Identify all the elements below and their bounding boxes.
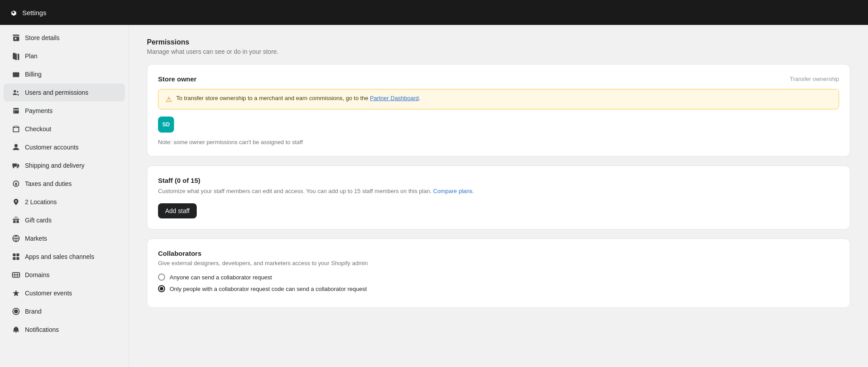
sidebar-label-users: Users and permissions xyxy=(25,89,88,96)
sidebar-label-checkout: Checkout xyxy=(25,125,51,133)
svg-rect-4 xyxy=(16,254,19,256)
sidebar-item-domains[interactable]: Domains xyxy=(4,266,125,284)
staff-title: Staff (0 of 15) xyxy=(158,177,839,184)
sidebar-item-markets[interactable]: Markets xyxy=(4,230,125,247)
sidebar-label-payments: Payments xyxy=(25,107,53,114)
gear-icon xyxy=(9,8,18,17)
sidebar-label-apps: Apps and sales channels xyxy=(25,253,94,260)
svg-rect-5 xyxy=(13,257,16,260)
gift-icon xyxy=(12,216,20,225)
sidebar-item-taxes[interactable]: Taxes and duties xyxy=(4,175,125,193)
collaborators-card: Collaborators Give external designers, d… xyxy=(147,238,850,308)
sidebar-item-apps[interactable]: Apps and sales channels xyxy=(4,248,125,266)
sidebar-label-billing: Billing xyxy=(25,71,41,78)
sidebar-item-checkout[interactable]: Checkout xyxy=(4,120,125,138)
sidebar-item-shipping[interactable]: Shipping and delivery xyxy=(4,157,125,174)
users-icon xyxy=(12,88,20,97)
sidebar-label-shipping: Shipping and delivery xyxy=(25,162,85,169)
sidebar-item-customer-events[interactable]: Customer events xyxy=(4,284,125,302)
collaborators-title: Collaborators xyxy=(158,250,839,257)
brand-icon xyxy=(12,307,20,316)
permissions-header: Permissions Manage what users can see or… xyxy=(147,38,850,55)
staff-card: Staff (0 of 15) Customize what your staf… xyxy=(147,165,850,230)
partner-dashboard-link[interactable]: Partner Dashboard xyxy=(370,95,419,101)
sidebar-item-store-details[interactable]: Store details xyxy=(4,29,125,47)
permissions-subtitle: Manage what users can see or do in your … xyxy=(147,48,850,55)
top-bar: Settings xyxy=(0,0,868,25)
staff-description: Customize what your staff members can ed… xyxy=(158,188,839,194)
sidebar-label-store-details: Store details xyxy=(25,34,60,41)
events-icon xyxy=(12,289,20,298)
sidebar-label-customer-accounts: Customer accounts xyxy=(25,144,79,151)
sidebar-label-domains: Domains xyxy=(25,271,49,278)
sidebar-item-payments[interactable]: Payments xyxy=(4,102,125,120)
radio-anyone-label: Anyone can send a collaborator request xyxy=(170,274,272,281)
store-owner-title: Store owner xyxy=(158,75,197,83)
sidebar-label-locations: 2 Locations xyxy=(25,198,57,206)
notifications-icon xyxy=(12,325,20,334)
settings-title: Settings xyxy=(22,9,46,16)
main-content: Permissions Manage what users can see or… xyxy=(129,25,868,367)
sidebar-item-users-permissions[interactable]: Users and permissions xyxy=(4,84,125,101)
sidebar-item-locations[interactable]: 2 Locations xyxy=(4,193,125,211)
taxes-icon xyxy=(12,179,20,188)
owner-avatar: SD xyxy=(158,117,174,133)
sidebar-item-brand[interactable]: Brand xyxy=(4,302,125,320)
collaborator-option-anyone[interactable]: Anyone can send a collaborator request xyxy=(158,274,839,281)
svg-rect-6 xyxy=(16,257,19,260)
sidebar: Store details Plan Billing Users and per… xyxy=(0,25,129,367)
sidebar-label-markets: Markets xyxy=(25,235,47,242)
markets-icon xyxy=(12,234,20,243)
sidebar-item-billing[interactable]: Billing xyxy=(4,65,125,83)
permissions-title: Permissions xyxy=(147,38,850,46)
domains-icon xyxy=(12,270,20,279)
apps-icon xyxy=(12,252,20,261)
shipping-icon xyxy=(12,161,20,170)
store-owner-card: Store owner Transfer ownership ⚠ To tran… xyxy=(147,64,850,157)
warning-banner: ⚠ To transfer store ownership to a merch… xyxy=(158,89,839,109)
owner-note: Note: some owner permissions can't be as… xyxy=(158,139,839,145)
warning-icon: ⚠ xyxy=(166,95,172,104)
svg-point-1 xyxy=(14,144,17,147)
store-owner-header: Store owner Transfer ownership xyxy=(158,75,839,83)
sidebar-item-customer-accounts[interactable]: Customer accounts xyxy=(4,138,125,156)
checkout-icon xyxy=(12,125,20,133)
customer-icon xyxy=(12,143,20,152)
collaborators-desc: Give external designers, developers, and… xyxy=(158,260,839,266)
sidebar-item-notifications[interactable]: Notifications xyxy=(4,321,125,339)
sidebar-item-plan[interactable]: Plan xyxy=(4,47,125,65)
sidebar-label-gift-cards: Gift cards xyxy=(25,217,52,224)
sidebar-label-notifications: Notifications xyxy=(25,326,59,333)
transfer-ownership-link[interactable]: Transfer ownership xyxy=(790,76,839,82)
sidebar-label-taxes: Taxes and duties xyxy=(25,180,72,187)
location-icon xyxy=(12,198,20,206)
store-icon xyxy=(12,33,20,42)
payments-icon xyxy=(12,106,20,115)
radio-only-people-label: Only people with a collaborator request … xyxy=(170,286,367,292)
radio-only-people[interactable] xyxy=(158,285,165,292)
sidebar-label-plan: Plan xyxy=(25,52,37,60)
billing-icon xyxy=(12,70,20,79)
radio-anyone[interactable] xyxy=(158,274,165,281)
svg-rect-3 xyxy=(13,254,16,256)
svg-rect-0 xyxy=(13,73,19,77)
plan-icon xyxy=(12,52,20,60)
compare-plans-link[interactable]: Compare plans xyxy=(433,188,472,194)
sidebar-label-brand: Brand xyxy=(25,308,41,315)
warning-text: To transfer store ownership to a merchan… xyxy=(176,95,420,101)
layout: Store details Plan Billing Users and per… xyxy=(0,25,868,367)
add-staff-button[interactable]: Add staff xyxy=(158,203,197,218)
sidebar-item-gift-cards[interactable]: Gift cards xyxy=(4,211,125,229)
collaborator-option-only-people[interactable]: Only people with a collaborator request … xyxy=(158,285,839,292)
sidebar-label-customer-events: Customer events xyxy=(25,290,72,297)
